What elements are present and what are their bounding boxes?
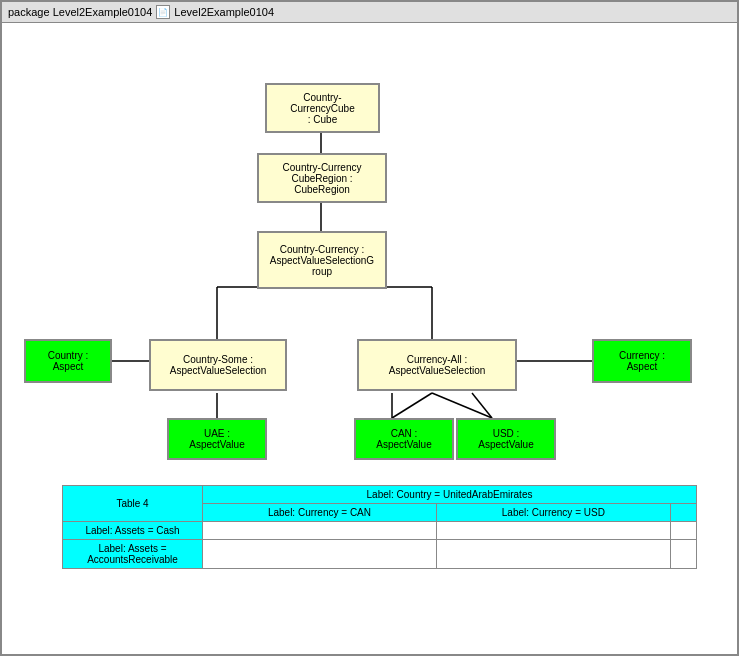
table-r1c1	[203, 522, 437, 540]
cube-line1: Country-	[290, 92, 354, 103]
avsg-line3: roup	[270, 266, 374, 277]
table-r2c1	[203, 540, 437, 569]
table-col-extra	[670, 504, 696, 522]
table-r1c3	[670, 522, 696, 540]
svg-line-11	[392, 393, 432, 418]
currency-all-line2: AspectValueSelection	[389, 365, 486, 376]
cube-region-line1: Country-Currency	[283, 162, 362, 173]
tab-icon: 📄	[156, 5, 170, 19]
cube-line3: : Cube	[290, 114, 354, 125]
country-aspect-box: Country : Aspect	[24, 339, 112, 383]
table-col1-header: Label: Currency = CAN	[203, 504, 437, 522]
cube-region-line3: CubeRegion	[283, 184, 362, 195]
table-r1c2	[436, 522, 670, 540]
usd-box: USD : AspectValue	[456, 418, 556, 460]
avsg-box: Country-Currency : AspectValueSelectionG…	[257, 231, 387, 289]
can-box: CAN : AspectValue	[354, 418, 454, 460]
cube-region-line2: CubeRegion :	[283, 173, 362, 184]
cube-line2: CurrencyCube	[290, 103, 354, 114]
currency-aspect-line2: Aspect	[619, 361, 665, 372]
avsg-line1: Country-Currency :	[270, 244, 374, 255]
table-r2c2	[436, 540, 670, 569]
country-some-line2: AspectValueSelection	[170, 365, 267, 376]
can-line2: AspectValue	[376, 439, 431, 450]
main-window: package Level2Example0104 📄 Level2Exampl…	[0, 0, 739, 656]
uae-box: UAE : AspectValue	[167, 418, 267, 460]
tab-label[interactable]: Level2Example0104	[174, 6, 274, 18]
table-col-header: Label: Country = UnitedArabEmirates	[203, 486, 697, 504]
country-some-box: Country-Some : AspectValueSelection	[149, 339, 287, 391]
cube-box: Country- CurrencyCube : Cube	[265, 83, 380, 133]
package-label: package Level2Example0104	[8, 6, 152, 18]
usd-line2: AspectValue	[478, 439, 533, 450]
currency-aspect-box: Currency : Aspect	[592, 339, 692, 383]
diagram-area: Country- CurrencyCube : Cube Country-Cur…	[2, 23, 737, 651]
country-some-line1: Country-Some :	[170, 354, 267, 365]
currency-all-box: Currency-All : AspectValueSelection	[357, 339, 517, 391]
table-row1-header: Label: Assets = Cash	[63, 522, 203, 540]
uae-line1: UAE :	[189, 428, 244, 439]
currency-all-line1: Currency-All :	[389, 354, 486, 365]
currency-aspect-line1: Currency :	[619, 350, 665, 361]
usd-line1: USD :	[478, 428, 533, 439]
svg-line-10	[472, 393, 492, 418]
data-table: Table 4 Label: Country = UnitedArabEmira…	[62, 485, 697, 569]
table-title: Table 4	[116, 498, 148, 509]
svg-line-12	[432, 393, 492, 418]
title-bar: package Level2Example0104 📄 Level2Exampl…	[2, 2, 737, 23]
table-title-cell: Table 4	[63, 486, 203, 522]
can-line1: CAN :	[376, 428, 431, 439]
table-col-header-text: Label: Country = UnitedArabEmirates	[367, 489, 533, 500]
country-aspect-line2: Aspect	[48, 361, 89, 372]
uae-line2: AspectValue	[189, 439, 244, 450]
table-col2-header: Label: Currency = USD	[436, 504, 670, 522]
table-r2c3	[670, 540, 696, 569]
table-row2-header: Label: Assets = AccountsReceivable	[63, 540, 203, 569]
cube-region-box: Country-Currency CubeRegion : CubeRegion	[257, 153, 387, 203]
country-aspect-line1: Country :	[48, 350, 89, 361]
avsg-line2: AspectValueSelectionG	[270, 255, 374, 266]
